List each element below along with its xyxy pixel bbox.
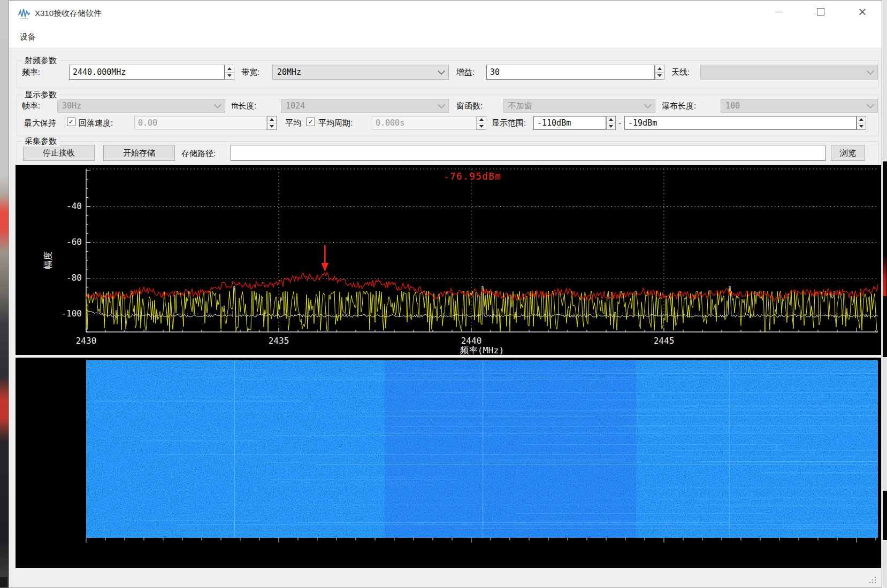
chevron-down-icon [644, 101, 652, 109]
store-path-label: 存储路径: [181, 149, 216, 159]
avg-period-label: 平均周期: [318, 118, 353, 128]
display-range-label: 显示范围: [492, 118, 526, 128]
spin-down-icon[interactable] [857, 123, 866, 130]
spin-up-icon[interactable] [857, 117, 866, 123]
range-max-input[interactable]: -19dBm [624, 116, 857, 130]
fall-speed-spinner[interactable] [267, 116, 277, 130]
waterfall-display [16, 358, 881, 568]
antenna-label: 天线: [671, 67, 690, 78]
minimize-button[interactable] [767, 3, 791, 21]
gain-label: 增益: [456, 67, 475, 78]
gain-input[interactable]: 30 [486, 65, 655, 80]
stop-receive-button[interactable]: 停止接收 [23, 145, 95, 161]
chevron-down-icon [867, 67, 874, 75]
window-header [9, 1, 882, 48]
desktop-background-right [883, 0, 887, 588]
svg-text:2435: 2435 [269, 336, 289, 346]
browse-button[interactable]: 浏览 [831, 145, 865, 161]
svg-text:幅度: 幅度 [43, 252, 53, 269]
minimize-icon [775, 12, 783, 12]
svg-text:-40: -40 [66, 201, 82, 211]
fft-length-select: 1024 [281, 99, 449, 113]
capture-params-group-label: 采集参数 [22, 136, 59, 146]
spin-down-icon[interactable] [607, 123, 615, 130]
maximize-icon [817, 8, 824, 16]
max-hold-label: 最大保持 [24, 118, 56, 128]
rf-params-group-label: 射频参数 [22, 56, 59, 66]
waterfall-panel [16, 358, 881, 568]
desktop-background-left [0, 0, 9, 588]
svg-text:频率(MHz): 频率(MHz) [460, 345, 504, 355]
spectrum-panel: -40-60-80-1002430243524402445频率(MHz)幅度-7… [16, 165, 881, 355]
background-window-red-trace [883, 256, 886, 296]
spectrum-traces [86, 273, 878, 332]
avg-period-checkbox[interactable]: ✓ [307, 118, 315, 126]
framerate-select: 30Hz [57, 99, 225, 113]
bandwidth-label: 带宽: [241, 67, 259, 78]
grid-lines [86, 169, 878, 332]
close-button[interactable]: × [850, 3, 875, 21]
spin-down-icon[interactable] [477, 123, 486, 130]
axes [86, 169, 878, 332]
freq-spinner[interactable] [225, 65, 234, 80]
screen: X310接收存储软件 × 设备 射频参数 频率: 2440.000MHz 带宽:… [0, 0, 887, 588]
window-fn-select: 不加窗 [503, 99, 655, 113]
chevron-down-icon [867, 101, 874, 109]
chevron-down-icon [214, 101, 221, 109]
range-min-input[interactable]: -110dBm [533, 116, 606, 130]
svg-text:2445: 2445 [654, 336, 675, 346]
range-min-spinner[interactable] [606, 116, 616, 130]
bandwidth-select[interactable]: 20MHz [272, 65, 449, 80]
app-window: X310接收存储软件 × 设备 射频参数 频率: 2440.000MHz 带宽:… [9, 0, 882, 587]
average-label: 平均 [285, 118, 301, 128]
display-params-group-label: 显示参数 [22, 90, 59, 100]
range-max-spinner[interactable] [857, 116, 866, 130]
avg-period-spinner[interactable] [477, 116, 486, 130]
spin-up-icon[interactable] [655, 65, 664, 73]
spin-up-icon[interactable] [225, 65, 234, 73]
chevron-down-icon [438, 101, 445, 109]
waterfall-length-select: 100 [721, 99, 878, 113]
svg-text:-100: -100 [61, 308, 82, 319]
window-title: X310接收存储软件 [35, 9, 102, 19]
range-dash: - [618, 118, 621, 127]
freq-input[interactable]: 2440.000MHz [69, 65, 225, 80]
fall-speed-label: 回落速度: [79, 118, 113, 128]
resize-grip[interactable] [868, 576, 876, 584]
freq-label: 频率: [22, 67, 40, 78]
spin-down-icon[interactable] [225, 73, 234, 80]
window-fn-label: 窗函数: [456, 101, 483, 111]
avg-period-input: 0.000s [372, 116, 477, 130]
peak-marker: -76.95dBm [322, 171, 501, 272]
framerate-label: 帧率: [22, 101, 40, 111]
svg-text:-60: -60 [66, 237, 82, 247]
spin-down-icon[interactable] [267, 123, 276, 130]
antenna-select [700, 65, 878, 80]
svg-text:2430: 2430 [76, 336, 97, 346]
svg-text:2440: 2440 [461, 336, 482, 346]
maximize-button[interactable] [808, 3, 833, 21]
peak-readout: -76.95dBm [444, 171, 501, 182]
app-icon [18, 7, 31, 20]
desktop-taskbar-icon [0, 577, 7, 587]
chevron-down-icon [438, 67, 445, 75]
menu-item-device[interactable]: 设备 [18, 31, 38, 43]
fft-length-label: fft长度: [232, 101, 256, 111]
close-icon: × [858, 6, 867, 18]
fall-speed-input: 0.00 [134, 116, 267, 130]
background-window-dark-band2 [883, 491, 887, 540]
gain-spinner[interactable] [655, 65, 664, 80]
spectrum-chart[interactable]: -40-60-80-1002430243524402445频率(MHz)幅度-7… [16, 165, 881, 355]
spin-up-icon[interactable] [477, 117, 486, 123]
store-path-input[interactable] [231, 145, 825, 161]
spin-up-icon[interactable] [267, 117, 276, 123]
fall-speed-checkbox[interactable]: ✓ [67, 118, 75, 126]
start-store-button[interactable]: 开始存储 [103, 145, 175, 161]
waterfall-length-label: 瀑布长度: [662, 101, 696, 111]
spin-down-icon[interactable] [655, 73, 664, 80]
svg-text:-80: -80 [66, 273, 82, 283]
spin-up-icon[interactable] [607, 117, 615, 123]
